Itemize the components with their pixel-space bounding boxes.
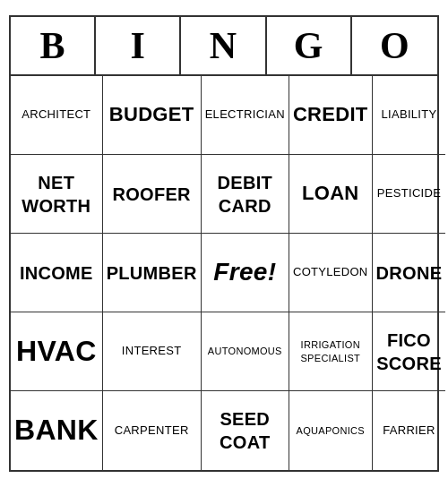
cell-text: AQUAPONICS [297, 424, 365, 437]
header-letter: O [352, 17, 437, 74]
bingo-cell: BANK [11, 391, 103, 470]
cell-text: ARCHITECT [22, 107, 90, 123]
cell-text: AUTONOMOUS [208, 345, 282, 357]
bingo-card: BINGO ARCHITECTBUDGETELECTRICIANCREDITLI… [9, 15, 439, 472]
bingo-cell: INCOME [11, 234, 103, 312]
bingo-cell: AQUAPONICS [289, 391, 373, 470]
bingo-cell: HVAC [11, 312, 103, 391]
cell-text: FARRIER [383, 423, 435, 439]
bingo-cell: FICO SCORE [373, 312, 446, 391]
header-letter: N [181, 17, 266, 74]
bingo-header: BINGO [11, 17, 437, 76]
cell-text: DRONE [376, 261, 443, 285]
cell-text: LIABILITY [382, 107, 437, 123]
bingo-cell: CREDIT [289, 76, 373, 155]
bingo-cell: INTEREST [103, 312, 202, 391]
cell-text: HVAC [16, 333, 97, 371]
bingo-cell: ROOFER [103, 155, 202, 234]
cell-text: ROOFER [112, 183, 190, 206]
cell-text: SEED COAT [205, 407, 285, 454]
cell-text: LOAN [302, 181, 359, 207]
bingo-cell: COTYLEDON [289, 234, 373, 312]
header-letter: G [267, 17, 352, 74]
cell-text: IRRIGATION SPECIALIST [293, 338, 368, 364]
cell-text: DEBIT CARD [205, 171, 285, 218]
bingo-cell: LOAN [289, 155, 373, 234]
bingo-cell: CARPENTER [103, 391, 202, 470]
bingo-cell: ELECTRICIAN [202, 76, 289, 155]
cell-text: NET WORTH [14, 171, 99, 218]
header-letter: I [96, 17, 181, 74]
cell-text: CARPENTER [115, 423, 189, 439]
cell-text: FICO SCORE [376, 329, 443, 375]
bingo-grid: ARCHITECTBUDGETELECTRICIANCREDITLIABILIT… [11, 76, 437, 470]
bingo-cell: DRONE [373, 234, 446, 312]
cell-text: BUDGET [109, 102, 194, 128]
bingo-cell: BUDGET [103, 76, 202, 155]
bingo-cell: AUTONOMOUS [202, 312, 289, 391]
cell-text: PLUMBER [107, 261, 197, 285]
cell-text: BANK [14, 412, 99, 449]
cell-text: ELECTRICIAN [205, 107, 285, 123]
cell-text: Free! [213, 256, 276, 288]
cell-text: COTYLEDON [293, 265, 368, 280]
cell-text: INTEREST [122, 344, 182, 359]
bingo-cell: IRRIGATION SPECIALIST [289, 312, 373, 391]
bingo-cell: SEED COAT [202, 391, 289, 470]
cell-text: INCOME [20, 261, 93, 285]
header-letter: B [11, 17, 96, 74]
bingo-cell: LIABILITY [373, 76, 446, 155]
bingo-cell: Free! [202, 234, 289, 312]
cell-text: PESTICIDE [377, 186, 441, 201]
bingo-cell: PESTICIDE [373, 155, 446, 234]
bingo-cell: PLUMBER [103, 234, 202, 312]
bingo-cell: DEBIT CARD [202, 155, 289, 234]
cell-text: CREDIT [293, 102, 368, 128]
bingo-cell: FARRIER [373, 391, 446, 470]
bingo-cell: NET WORTH [11, 155, 103, 234]
bingo-cell: ARCHITECT [11, 76, 103, 155]
